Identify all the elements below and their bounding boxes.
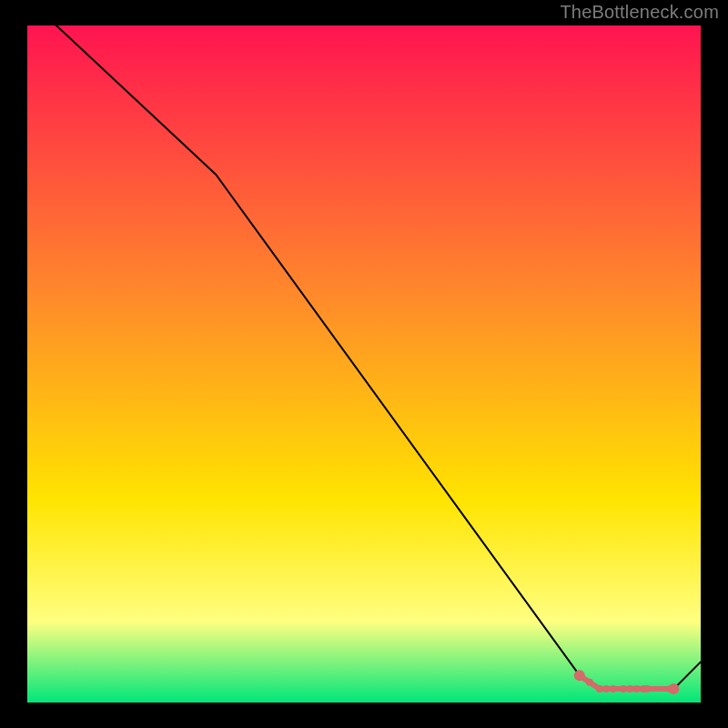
marker-dot	[574, 670, 585, 681]
marker-dot	[586, 679, 593, 686]
marker-dot	[668, 683, 679, 694]
bottleneck-chart	[27, 25, 701, 703]
marker-dot	[602, 685, 610, 693]
chart-container: { "attribution": "TheBottleneck.com", "c…	[0, 0, 728, 728]
marker-dot	[610, 685, 617, 693]
attribution-label: TheBottleneck.com	[560, 2, 719, 23]
marker-dot	[643, 685, 651, 693]
marker-dot	[626, 685, 633, 693]
marker-dot	[633, 685, 641, 693]
marker-dot	[596, 685, 603, 693]
marker-dot	[620, 685, 627, 693]
gradient-background	[27, 25, 701, 703]
